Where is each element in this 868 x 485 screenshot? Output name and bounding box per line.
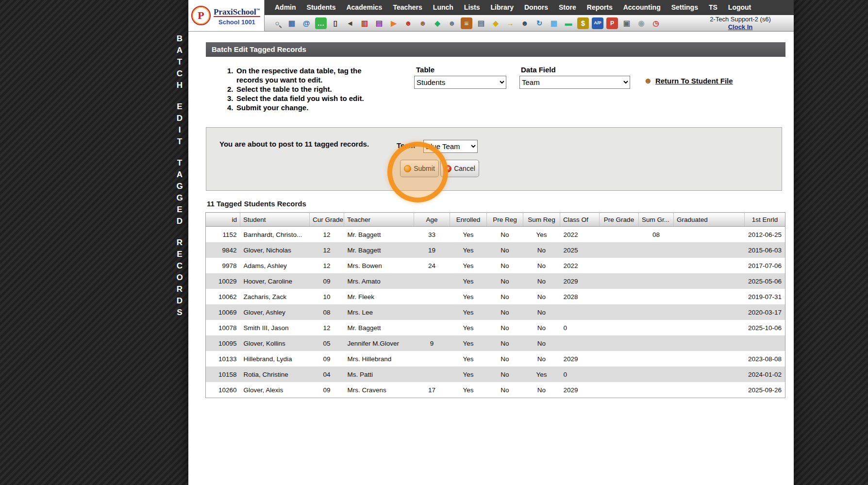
cell: Mrs. Hillebrand [344, 351, 414, 367]
sidebar-letter: I [179, 124, 181, 136]
column-header[interactable]: Graduated [674, 213, 745, 227]
speaker-icon[interactable]: ◄ [344, 17, 356, 29]
table-row[interactable]: 10133Hillebrand, Lydia09Mrs. HillebrandY… [206, 351, 785, 367]
nav-item-donors[interactable]: Donors [519, 0, 553, 15]
cd-icon[interactable]: ◉ [635, 17, 647, 29]
column-header[interactable]: id [206, 213, 240, 227]
nav-item-settings[interactable]: Settings [666, 0, 703, 15]
staff-icon[interactable]: ☻ [446, 17, 458, 29]
column-header[interactable]: Teacher [344, 213, 414, 227]
send-icon[interactable]: → [504, 17, 516, 29]
student-icon[interactable]: ☻ [417, 17, 429, 29]
cancel-button[interactable]: ✕ Cancel [440, 160, 479, 177]
cell: 09 [310, 382, 344, 398]
cell: 04 [310, 367, 344, 382]
sidebar-vertical-label: BATCHEDITTAGGEDRECORDS [171, 33, 188, 328]
clock-in-link[interactable]: Clock In [728, 23, 753, 31]
cell: 10069 [206, 304, 240, 320]
column-header[interactable]: Cur Grade [310, 213, 344, 227]
column-header[interactable]: Sum Reg [523, 213, 560, 227]
ap-icon[interactable]: A/P [592, 17, 603, 29]
pdf-icon[interactable]: P [606, 17, 618, 29]
cash-icon[interactable]: $ [577, 17, 589, 29]
nav-item-accounting[interactable]: Accounting [618, 0, 666, 15]
column-header[interactable]: Enrolled [450, 213, 487, 227]
cell: 2020-03-17 [745, 304, 785, 320]
cell [414, 273, 450, 289]
sidebar-letter: D [177, 216, 183, 227]
table-row[interactable]: 10260Glover, Alexis09Mrs. Cravens17YesNo… [206, 382, 785, 398]
return-to-student-file-link[interactable]: ☻ Return To Student File [644, 77, 733, 85]
nav-item-library[interactable]: Library [485, 0, 519, 15]
grid-icon[interactable]: ▦ [286, 17, 298, 29]
cell [600, 242, 639, 258]
events-icon[interactable]: ▤ [373, 17, 385, 29]
table-row[interactable]: 10095Glover, Kollins05Jennifer M.Glover9… [206, 335, 785, 351]
award-icon[interactable]: ◆ [490, 17, 501, 29]
search-icon[interactable]: ○ [271, 17, 283, 29]
submit-button[interactable]: Submit [400, 160, 439, 177]
payment-card-icon[interactable]: ▬ [563, 17, 574, 29]
cell: 2025-10-06 [745, 320, 785, 335]
column-header[interactable]: Age [414, 213, 450, 227]
nav-item-reports[interactable]: Reports [582, 0, 618, 15]
student-add-icon[interactable]: ☻ [402, 17, 414, 29]
nav-item-students[interactable]: Students [301, 0, 341, 15]
nav-item-lists[interactable]: Lists [459, 0, 485, 15]
cell: Mr. Fleek [344, 289, 414, 304]
calendar-icon[interactable]: ▥ [359, 17, 370, 29]
nav-item-admin[interactable]: Admin [269, 0, 301, 15]
column-header[interactable]: Student [240, 213, 310, 227]
praxischool-logo[interactable]: P PraxiSchool™ School 1001 [188, 0, 265, 32]
table-row[interactable]: 10069Glover, Ashley08Mrs. LeeYesNoNo2020… [206, 304, 785, 320]
nav-item-logout[interactable]: Logout [723, 0, 756, 15]
megaphone-icon[interactable]: ▶ [388, 17, 400, 29]
post-panel: You are about to post to 11 tagged recor… [206, 127, 782, 191]
sidebar-letter: T [177, 157, 182, 169]
table-row[interactable]: 9978Adams, Ashley12Mrs. Bowen24YesNoNo20… [206, 258, 785, 273]
cell: Yes [523, 227, 560, 243]
column-header[interactable]: 1st Enrld [745, 213, 785, 227]
cell [414, 367, 450, 382]
nav-item-ts[interactable]: TS [703, 0, 723, 15]
cell [674, 258, 745, 273]
cell: 10 [310, 289, 344, 304]
column-header[interactable]: Sum Gr... [639, 213, 674, 227]
directory-icon[interactable]: ☻ [519, 17, 531, 29]
cell: Yes [450, 304, 487, 320]
instruction-item: 1.On the respective data table, tag the … [227, 66, 387, 84]
sync-icon[interactable]: ↻ [534, 17, 545, 29]
table-row[interactable]: 10062Zacharis, Zack10Mr. FleekYesNoNo202… [206, 289, 785, 304]
mobile-icon[interactable]: ▯ [330, 17, 341, 29]
cell: Yes [450, 227, 487, 243]
table-select[interactable]: Students [414, 76, 506, 89]
print-icon[interactable]: ▣ [621, 17, 633, 29]
column-header[interactable]: Class Of [560, 213, 600, 227]
timer-icon[interactable]: ◷ [650, 17, 662, 29]
cell: 09 [310, 273, 344, 289]
sidebar-letter: S [177, 307, 182, 318]
cell: 2024-01-02 [745, 367, 785, 382]
nav-item-academics[interactable]: Academics [341, 0, 387, 15]
table-row[interactable]: 10078Smith III, Jason12Mr. BaggettYesNoN… [206, 320, 785, 335]
data-field-select[interactable]: Team [519, 76, 630, 89]
nav-item-lunch[interactable]: Lunch [428, 0, 459, 15]
transcript-icon[interactable]: ◆ [432, 17, 443, 29]
table-row[interactable]: 10029Hoover, Caroline09Mrs. AmatoYesNoNo… [206, 273, 785, 289]
team-select[interactable]: Blue Team [423, 140, 478, 153]
notes-icon[interactable]: ▤ [475, 17, 487, 29]
table-row[interactable]: 10158Rotia, Christine04Ms. PattiYesNoYes… [206, 367, 785, 382]
table-row[interactable]: 1152Barnhardt, Christo...12Mr. Baggett33… [206, 227, 785, 243]
email-icon[interactable]: @ [300, 17, 312, 29]
cell: 10029 [206, 273, 240, 289]
column-header[interactable]: Pre Reg [487, 213, 523, 227]
cell: 9978 [206, 258, 240, 273]
column-header[interactable]: Pre Grade [600, 213, 639, 227]
nav-item-teachers[interactable]: Teachers [387, 0, 427, 15]
cell: Glover, Nicholas [240, 242, 310, 258]
table-row[interactable]: 9842Glover, Nicholas12Mr. Baggett19YesNo… [206, 242, 785, 258]
lunch-icon[interactable]: ≡ [461, 17, 472, 29]
nav-item-store[interactable]: Store [553, 0, 582, 15]
chat-icon[interactable]: … [315, 17, 327, 29]
spreadsheet-icon[interactable]: ▦ [548, 17, 560, 29]
